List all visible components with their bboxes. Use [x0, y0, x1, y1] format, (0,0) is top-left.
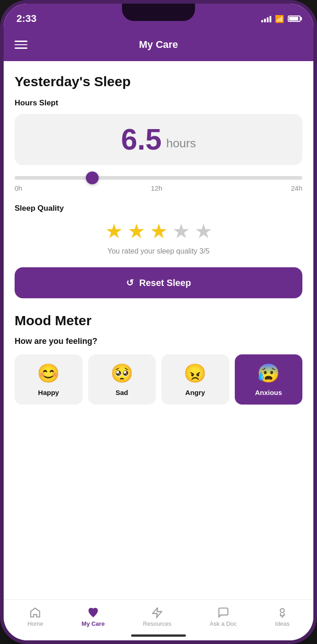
reset-sleep-button[interactable]: ↺ Reset Sleep — [15, 267, 302, 298]
wifi-icon: 📶 — [275, 15, 284, 23]
anxious-label: Anxious — [255, 389, 282, 396]
star-1[interactable]: ★ — [105, 219, 123, 243]
svg-point-0 — [280, 608, 285, 613]
happy-emoji: 😊 — [37, 363, 60, 384]
stars-container[interactable]: ★ ★ ★ ★ ★ — [15, 219, 302, 243]
sad-label: Sad — [116, 389, 128, 396]
sad-emoji: 🥺 — [111, 363, 133, 384]
mood-section-title: Mood Meter — [15, 313, 302, 328]
nav-ask-a-doc-label: Ask a Doc — [210, 620, 237, 627]
sleep-section-title: Yesterday's Sleep — [15, 74, 302, 89]
slider-labels: 0h 12h 24h — [15, 184, 302, 192]
sleep-quality-label: Sleep Quality — [15, 204, 302, 213]
slider-fill — [15, 176, 92, 180]
status-time: 2:33 — [16, 13, 37, 25]
slider-max: 24h — [291, 184, 302, 192]
sleep-section: Yesterday's Sleep Hours Slept 6.5 hours … — [15, 74, 302, 298]
app-header: My Care — [4, 28, 313, 61]
heart-icon — [87, 607, 99, 618]
slider-mid: 12h — [151, 184, 162, 192]
notch — [122, 4, 195, 21]
home-icon — [29, 607, 41, 618]
anxious-emoji: 😰 — [257, 363, 280, 384]
nav-ideas[interactable]: Ideas — [269, 603, 296, 631]
mood-anxious[interactable]: 😰 Anxious — [235, 354, 303, 405]
bolt-icon — [151, 607, 163, 618]
angry-emoji: 😠 — [184, 363, 206, 384]
mood-section: Mood Meter How are you feeling? 😊 Happy … — [15, 313, 302, 405]
hours-slept-label: Hours Slept — [15, 99, 302, 108]
slider-thumb — [86, 171, 99, 184]
slider-min: 0h — [15, 184, 22, 192]
mood-question: How are you feeling? — [15, 337, 302, 346]
slider-track — [15, 176, 302, 180]
nav-home-label: Home — [27, 620, 43, 627]
home-indicator — [131, 634, 186, 637]
reset-sleep-label: Reset Sleep — [139, 278, 191, 288]
mood-angry[interactable]: 😠 Angry — [161, 354, 229, 405]
nav-home[interactable]: Home — [21, 603, 50, 631]
star-4[interactable]: ★ — [172, 219, 190, 243]
bulb-icon — [276, 607, 288, 618]
mood-happy[interactable]: 😊 Happy — [15, 354, 83, 405]
star-2[interactable]: ★ — [127, 219, 145, 243]
sleep-quality-section: Sleep Quality ★ ★ ★ ★ ★ You rated your s… — [15, 204, 302, 255]
mood-grid: 😊 Happy 🥺 Sad 😠 Angry 😰 Anxious — [15, 354, 302, 405]
nav-ideas-label: Ideas — [275, 620, 290, 627]
nav-resources-label: Resources — [143, 620, 171, 627]
main-content: Yesterday's Sleep Hours Slept 6.5 hours … — [4, 61, 313, 607]
status-icons: 📶 — [261, 15, 301, 23]
sleep-slider[interactable]: 0h 12h 24h — [15, 176, 302, 192]
mood-sad[interactable]: 🥺 Sad — [88, 354, 156, 405]
sleep-rating-text: You rated your sleep quality 3/5 — [15, 247, 302, 255]
phone-frame: 2:33 📶 My Care Yesterday's Sleep — [0, 0, 317, 644]
chat-icon — [217, 607, 229, 618]
angry-label: Angry — [185, 389, 205, 396]
reset-icon: ↺ — [126, 277, 134, 288]
nav-resources[interactable]: Resources — [137, 603, 178, 631]
signal-icon — [261, 15, 271, 22]
menu-button[interactable] — [15, 41, 27, 49]
hours-unit: hours — [166, 136, 196, 151]
battery-icon — [288, 16, 301, 22]
star-5[interactable]: ★ — [195, 219, 212, 243]
nav-ask-a-doc[interactable]: Ask a Doc — [203, 603, 243, 631]
header-title: My Care — [139, 39, 178, 51]
hours-display: 6.5 hours — [15, 114, 302, 165]
nav-my-care[interactable]: My Care — [75, 603, 111, 631]
hours-value: 6.5 — [121, 125, 162, 154]
happy-label: Happy — [38, 389, 59, 396]
nav-my-care-label: My Care — [82, 620, 105, 627]
star-3[interactable]: ★ — [150, 219, 168, 243]
